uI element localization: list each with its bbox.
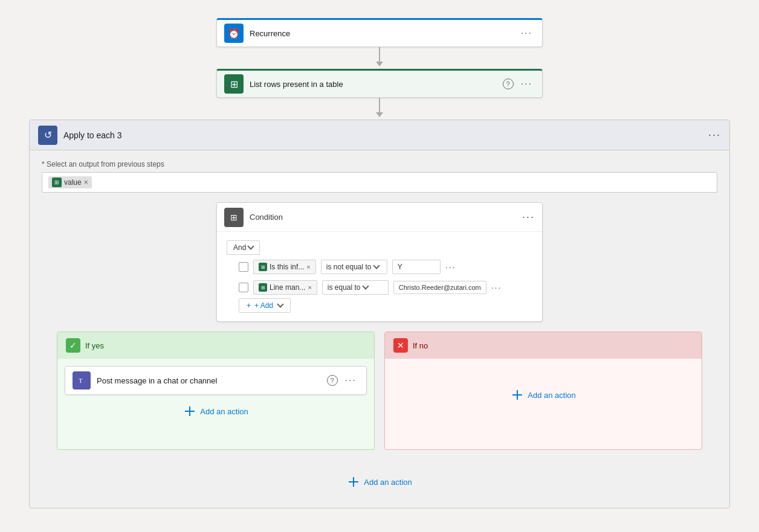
list-rows-icon: ⊞: [224, 74, 244, 94]
apply-to-each-header: ↺ Apply to each 3 ···: [30, 120, 729, 150]
condition-row-2-operator-chevron: [362, 283, 369, 289]
condition-row-1-operator[interactable]: is not equal to: [321, 260, 387, 274]
add-row: + + Add: [239, 298, 532, 313]
if-yes-icon: ✓: [66, 338, 80, 353]
value-tag-close-button[interactable]: ×: [84, 178, 88, 187]
apply-to-each-body: * Select an output from previous steps ⊞…: [30, 150, 729, 508]
condition-row-1-operator-label: is not equal to: [326, 263, 372, 271]
condition-header: ⊞ Condition ···: [217, 203, 542, 232]
if-yes-branch: ✓ If yes T: [57, 332, 375, 450]
if-yes-add-action-button[interactable]: Add an action: [183, 401, 248, 421]
condition-row-1-checkbox[interactable]: [239, 262, 248, 272]
condition-row-1-field-close[interactable]: ×: [306, 263, 310, 271]
arrow-1: [376, 47, 383, 69]
condition-row-2-more[interactable]: ···: [491, 283, 502, 292]
if-yes-body: T Post message in a chat or channel ? ·: [57, 359, 374, 449]
condition-row-1-field-icon: ⊞: [259, 263, 267, 271]
value-tag-excel-icon: ⊞: [52, 178, 62, 187]
condition-more-button[interactable]: ···: [522, 211, 535, 223]
bottom-add-action-label: Add an action: [364, 478, 412, 487]
recurrence-title: Recurrence: [250, 29, 518, 38]
condition-row-2-field-close[interactable]: ×: [308, 284, 311, 291]
add-condition-button[interactable]: + + Add: [239, 298, 291, 313]
condition-icon: ⊞: [224, 208, 244, 227]
post-message-title: Post message in a chat or channel: [97, 376, 327, 385]
if-no-header: ✕ If no: [385, 332, 702, 359]
condition-row-2: ⊞ Line man... × is equal to Christo.Reed…: [239, 280, 532, 295]
and-dropdown-chevron: [248, 243, 254, 249]
svg-rect-7: [353, 477, 354, 487]
condition-row-1-value[interactable]: Y: [392, 260, 441, 274]
bottom-add-action-button[interactable]: Add an action: [347, 472, 412, 492]
condition-row-1-more[interactable]: ···: [445, 262, 456, 272]
post-message-more-button[interactable]: ···: [343, 374, 359, 387]
recurrence-card: ⏰ Recurrence ···: [216, 18, 543, 47]
if-yes-add-action-label: Add an action: [200, 407, 248, 416]
condition-row-2-operator-label: is equal to: [328, 283, 361, 292]
if-no-label: If no: [413, 341, 428, 350]
value-tag-label: value: [64, 178, 82, 187]
condition-row-2-field[interactable]: ⊞ Line man... ×: [253, 280, 317, 295]
and-dropdown[interactable]: And: [227, 240, 260, 255]
if-no-icon: ✕: [393, 338, 408, 353]
add-chevron: [277, 301, 283, 307]
branches-container: ✓ If yes T: [47, 332, 712, 460]
output-input-box[interactable]: ⊞ value ×: [42, 172, 717, 193]
condition-body: And ⊞ Is this inf...: [217, 232, 542, 321]
svg-rect-5: [517, 390, 518, 400]
condition-row-1-field-label: Is this inf...: [270, 263, 304, 271]
if-yes-add-action-icon: [183, 405, 196, 418]
list-rows-more-button[interactable]: ···: [518, 77, 535, 91]
condition-card: ⊞ Condition ··· And: [216, 202, 543, 322]
condition-row-2-field-label: Line man...: [270, 283, 305, 292]
if-yes-label: If yes: [85, 341, 104, 350]
condition-row-2-field-icon: ⊞: [259, 283, 267, 292]
recurrence-icon: ⏰: [224, 24, 244, 43]
apply-to-each-icon: ↺: [38, 126, 57, 145]
apply-to-each-more-button[interactable]: ···: [708, 129, 721, 141]
if-yes-header: ✓ If yes: [57, 332, 374, 359]
select-output-label: * Select an output from previous steps: [42, 160, 717, 168]
and-label: And: [227, 240, 532, 255]
svg-rect-3: [189, 406, 190, 416]
if-no-branch: ✕ If no: [384, 332, 702, 450]
recurrence-more-button[interactable]: ···: [518, 27, 535, 40]
condition-row-1-operator-chevron: [373, 262, 379, 269]
list-rows-title: List rows present in a table: [250, 80, 503, 89]
if-no-add-action-label: Add an action: [528, 391, 576, 400]
bottom-add-action-icon: [347, 475, 360, 489]
bottom-add-action-area: Add an action: [347, 460, 412, 498]
list-rows-card: ⊞ List rows present in a table ? ···: [216, 69, 543, 98]
if-no-add-action-icon: [511, 388, 524, 402]
condition-row-2-checkbox[interactable]: [239, 283, 248, 292]
post-message-help-button[interactable]: ?: [327, 375, 338, 386]
arrow-2: [376, 98, 383, 120]
if-no-add-action-button[interactable]: Add an action: [511, 385, 576, 405]
add-icon: +: [247, 301, 251, 310]
condition-row-2-value[interactable]: Christo.Reeder@zutari.com: [393, 281, 486, 294]
post-message-card: T Post message in a chat or channel ? ·: [65, 366, 367, 395]
condition-title: Condition: [250, 213, 522, 222]
teams-icon: T: [73, 371, 91, 389]
condition-rows: ⊞ Is this inf... × is not equal to Y: [227, 260, 532, 295]
value-tag: ⊞ value ×: [48, 176, 92, 188]
condition-row-2-operator[interactable]: is equal to: [322, 280, 389, 295]
svg-text:T: T: [79, 377, 83, 384]
apply-to-each-title: Apply to each 3: [63, 130, 708, 140]
condition-row-1-field[interactable]: ⊞ Is this inf... ×: [253, 260, 316, 274]
apply-to-each-container: ↺ Apply to each 3 ··· * Select an output…: [29, 120, 730, 508]
list-rows-help-button[interactable]: ?: [503, 79, 514, 89]
condition-row-1: ⊞ Is this inf... × is not equal to Y: [239, 260, 532, 274]
if-no-body: Add an action: [385, 359, 702, 431]
